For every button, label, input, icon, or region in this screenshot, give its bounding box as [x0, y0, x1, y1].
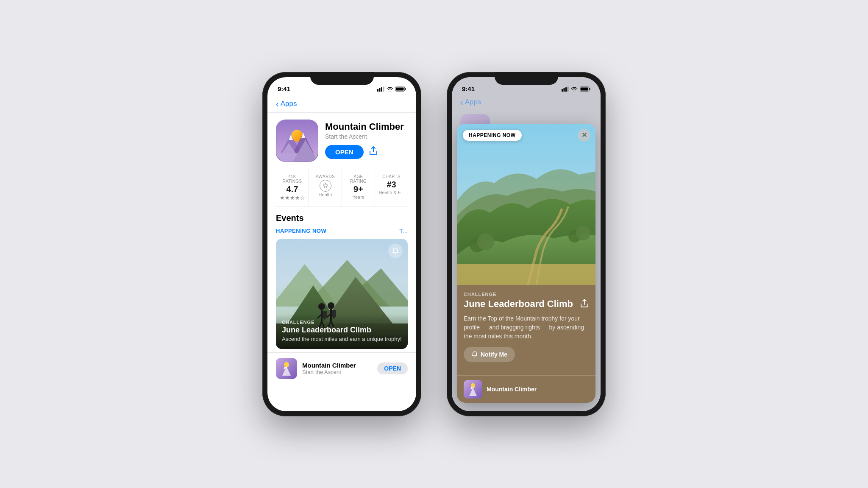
modal-bottom-app: Mountain Climber	[457, 375, 595, 403]
svg-point-23	[318, 303, 325, 310]
svg-rect-44	[568, 86, 569, 92]
awards-sub: Health	[312, 192, 338, 197]
app-header-1: Mountain Climber Start the Ascent OPEN	[267, 113, 416, 169]
happening-now-label-1: HAPPENING NOW	[276, 228, 326, 234]
happening-now-badge: HAPPENING NOW	[463, 130, 522, 141]
event-overlay-1: CHALLENGE June Leaderboard Climb Ascend …	[276, 314, 408, 349]
status-time-2: 9:41	[462, 85, 475, 92]
svg-rect-3	[383, 86, 384, 92]
modal-img-section: HAPPENING NOW ✕	[457, 124, 595, 285]
event-title-1: June Leaderboard Climb	[282, 326, 402, 335]
svg-rect-43	[565, 87, 567, 92]
notch-1	[310, 72, 374, 85]
charts-label: CHARTS	[378, 174, 404, 179]
phone-1: 9:41	[262, 72, 421, 416]
svg-rect-1	[379, 88, 381, 92]
back-chevron-2: ‹	[460, 98, 463, 107]
signal-icon-1	[377, 86, 384, 92]
app-actions-1: OPEN	[325, 145, 408, 159]
wifi-icon-2	[571, 86, 578, 92]
svg-point-30	[328, 302, 334, 309]
charts-sub: Health & F...	[378, 190, 404, 195]
rating-cell-age: AGE RATING 9+ Years	[342, 169, 375, 206]
svg-rect-2	[381, 87, 382, 92]
share-button-1[interactable]	[369, 145, 378, 158]
modal-title-row: June Leaderboard Climb	[464, 298, 589, 310]
open-button-1[interactable]: OPEN	[325, 145, 364, 159]
today-link[interactable]: T...	[399, 227, 408, 234]
svg-rect-42	[564, 88, 565, 92]
back-label-2: Apps	[465, 98, 481, 106]
wifi-icon-1	[387, 86, 393, 92]
editors-badge	[312, 179, 338, 192]
close-icon: ✕	[581, 131, 587, 139]
mountain-scene-1: CHALLENGE June Leaderboard Climb Ascend …	[276, 239, 408, 349]
app-subtitle-1: Start the Ascent	[325, 133, 408, 140]
scene: 9:41	[245, 55, 623, 433]
screen-2: 9:41	[452, 77, 601, 411]
svg-rect-0	[377, 89, 378, 92]
events-section: Events HAPPENING NOW T...	[267, 206, 416, 352]
age-label: AGE RATING	[345, 174, 371, 184]
notify-me-button[interactable]: Notify Me	[464, 347, 515, 362]
svg-rect-6	[396, 87, 404, 90]
svg-marker-15	[323, 183, 328, 188]
event-card-1[interactable]: CHALLENGE June Leaderboard Climb Ascend …	[276, 239, 408, 349]
bottom-open-button-1[interactable]: OPEN	[377, 363, 408, 374]
section-header: Events	[276, 213, 408, 223]
age-sub: Years	[345, 195, 371, 200]
close-modal-button[interactable]: ✕	[578, 129, 590, 142]
svg-rect-5	[405, 88, 406, 90]
back-button-1[interactable]: ‹ Apps	[276, 99, 297, 109]
svg-rect-41	[562, 89, 563, 92]
back-label-1: Apps	[281, 100, 297, 108]
phone-2: 9:41	[447, 72, 606, 416]
section-title: Events	[276, 213, 304, 223]
status-time-1: 9:41	[278, 85, 290, 92]
bell-button-1[interactable]	[388, 244, 403, 258]
svg-rect-46	[590, 88, 590, 90]
status-icons-1	[377, 86, 406, 92]
app-info-1: Mountain Climber Start the Ascent OPEN	[325, 120, 408, 159]
bottom-app-info-1: Mountain Climber Start the Ascent	[302, 362, 372, 375]
bottom-app-icon-1	[276, 358, 297, 379]
svg-point-53	[576, 226, 590, 240]
ratings-row-1: 41K RATINGS 4.7 ★★★★☆ AWARDS Health	[276, 169, 408, 206]
modal-event-desc: Earn the Top of the Mountain trophy for …	[464, 314, 589, 341]
status-icons-2	[562, 86, 590, 92]
bottom-app-strip-1: Mountain Climber Start the Ascent OPEN	[267, 352, 416, 384]
modal-event-title: June Leaderboard Climb	[464, 298, 577, 310]
charts-value: #3	[378, 180, 404, 190]
notify-btn-label: Notify Me	[481, 351, 507, 358]
age-value: 9+	[345, 184, 371, 194]
bell-icon-1	[392, 247, 399, 255]
rating-cell-charts: CHARTS #3 Health & F...	[375, 169, 408, 206]
happening-badge-text: HAPPENING NOW	[469, 132, 516, 138]
modal-bottom-icon	[464, 380, 482, 399]
battery-icon-1	[395, 86, 406, 92]
modal-bottom-app-info: Mountain Climber	[487, 386, 589, 393]
modal-bottom-app-name: Mountain Climber	[487, 386, 589, 393]
modal-share-button[interactable]	[580, 298, 589, 310]
signal-icon-2	[562, 86, 569, 92]
bottom-app-sub-1: Start the Ascent	[302, 369, 372, 375]
bottom-app-name-1: Mountain Climber	[302, 362, 372, 369]
svg-rect-47	[581, 87, 588, 90]
nav-bar-1: ‹ Apps	[267, 96, 416, 113]
back-bar-2-blurred: ‹ Apps	[452, 96, 601, 109]
landscape-svg	[457, 124, 595, 285]
svg-point-40	[284, 362, 289, 367]
rating-cell-ratings: 41K RATINGS 4.7 ★★★★☆	[276, 169, 309, 206]
notch-2	[495, 72, 558, 85]
back-chevron-1: ‹	[276, 99, 279, 109]
awards-label: AWARDS	[312, 174, 338, 179]
app-icon-1	[276, 120, 318, 162]
modal-content: CHALLENGE June Leaderboard Climb Earn th…	[457, 285, 595, 375]
event-type-1: CHALLENGE	[282, 320, 402, 325]
event-desc-1: Ascend the most miles and earn a unique …	[282, 336, 402, 342]
app-name-1: Mountain Climber	[325, 121, 408, 132]
blurred-bg: 9:41	[452, 77, 601, 411]
svg-rect-49	[457, 264, 595, 285]
rating-value: 4.7	[279, 184, 305, 194]
challenge-label: CHALLENGE	[464, 292, 589, 297]
